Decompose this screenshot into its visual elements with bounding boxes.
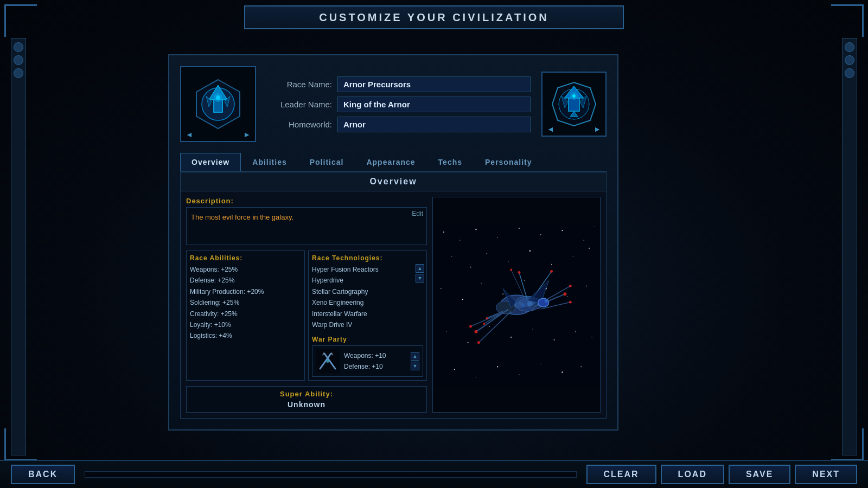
war-party-scroll-up[interactable]: ▲ (411, 352, 419, 361)
load-button[interactable]: Load (661, 465, 724, 484)
svg-point-13 (572, 94, 576, 98)
svg-point-26 (475, 229, 476, 230)
svg-point-43 (481, 283, 482, 284)
clear-button[interactable]: Clear (586, 465, 656, 484)
back-button[interactable]: Back (11, 465, 75, 484)
svg-point-29 (540, 234, 541, 235)
svg-point-81 (569, 301, 572, 304)
techs-scroll-down[interactable]: ▼ (416, 274, 424, 282)
svg-point-91 (545, 299, 548, 303)
svg-point-25 (459, 240, 461, 241)
svg-point-73 (475, 330, 478, 333)
war-party-scroll-down[interactable]: ▼ (411, 362, 419, 370)
emblem-prev-arrow[interactable]: ◄ (186, 130, 193, 139)
page-title: CUSTOMIZE YOUR CIVILIZATION (319, 11, 549, 24)
svg-point-39 (573, 256, 573, 256)
techs-scroll-up[interactable]: ▲ (416, 264, 424, 273)
svg-point-58 (476, 377, 476, 378)
svg-point-53 (532, 329, 533, 329)
list-item: Stellar Cartography (312, 286, 423, 297)
next-button[interactable]: Next (795, 465, 857, 484)
title-bar: CUSTOMIZE YOUR CIVILIZATION (244, 5, 624, 29)
deco-circle (845, 55, 854, 65)
svg-point-36 (508, 261, 509, 262)
ship-display-area (433, 197, 600, 412)
svg-point-60 (519, 375, 520, 376)
race-abilities-column: Race Abilities: Weapons: +25% Defense: +… (186, 251, 305, 381)
race-technologies-label: Race Technologies: (312, 254, 423, 262)
list-item: Hyperdrive (312, 275, 423, 286)
leader-name-input[interactable] (337, 97, 531, 112)
svg-point-97 (522, 304, 525, 307)
super-ability-value: Unknown (190, 400, 423, 409)
svg-point-51 (489, 326, 490, 327)
svg-point-30 (561, 230, 563, 231)
portrait-prev-arrow[interactable]: ◄ (547, 125, 554, 133)
identity-row: ◄ ► Race Name: Leader Name: Homeworld: (180, 66, 607, 142)
race-technologies-column: Race Technologies: Hyper Fusion Reactors… (308, 251, 427, 381)
tab-abilities[interactable]: Abilities (241, 153, 298, 171)
svg-point-54 (554, 339, 555, 341)
tab-overview[interactable]: Overview (180, 153, 241, 171)
abilities-list: Weapons: +25% Defense: +25% Military Pro… (190, 264, 301, 342)
svg-point-50 (468, 342, 469, 343)
svg-point-32 (594, 227, 595, 227)
svg-point-94 (486, 317, 488, 319)
svg-point-57 (454, 369, 455, 370)
edit-description-button[interactable]: Edit (412, 210, 423, 217)
homeworld-label: Homeworld: (267, 120, 332, 129)
race-abilities-label: Race Abilities: (190, 254, 301, 262)
svg-point-59 (497, 366, 498, 367)
homeworld-row: Homeworld: (267, 117, 531, 132)
abilities-techs-row: Race Abilities: Weapons: +25% Defense: +… (186, 251, 427, 381)
svg-point-63 (580, 367, 582, 368)
svg-point-40 (589, 248, 590, 249)
war-party-inner: Weapons: +10 Defense: +10 ▲ ▼ (316, 349, 419, 373)
svg-point-44 (502, 293, 503, 294)
war-party-label: War Party (312, 336, 423, 343)
svg-point-49 (446, 331, 446, 332)
fields-area: Race Name: Leader Name: Homeworld: (267, 76, 531, 132)
homeworld-input[interactable] (337, 117, 531, 132)
list-item: Weapons: +10 (344, 350, 404, 361)
description-text: The most evil force in the galaxy. (191, 213, 293, 221)
save-button[interactable]: Save (729, 465, 790, 484)
portrait-next-arrow[interactable]: ► (593, 125, 601, 133)
emblem-next-arrow[interactable]: ► (243, 130, 251, 139)
svg-point-55 (575, 331, 576, 332)
progress-bar (85, 471, 576, 478)
list-item: Hyper Fusion Reactors (312, 264, 423, 275)
svg-point-95 (483, 323, 485, 325)
war-party-section: Weapons: +10 Defense: +10 ▲ ▼ (312, 345, 423, 377)
svg-point-45 (524, 280, 525, 281)
svg-point-96 (527, 301, 533, 306)
svg-point-85 (550, 270, 553, 273)
svg-point-52 (510, 337, 512, 338)
deco-circle (14, 68, 23, 78)
tab-political[interactable]: Political (298, 153, 355, 171)
svg-point-84 (518, 271, 520, 274)
tab-personality[interactable]: Personality (474, 153, 543, 171)
super-ability-section: Super Ability: Unknown (186, 386, 427, 413)
race-portrait-icon (550, 80, 598, 129)
svg-point-61 (540, 364, 541, 364)
svg-point-47 (567, 297, 568, 297)
tab-techs[interactable]: Techs (427, 153, 474, 171)
svg-point-5 (216, 95, 220, 100)
svg-point-34 (470, 267, 471, 268)
list-item: Military Production: +20% (190, 286, 301, 297)
list-item: Weapons: +25% (190, 264, 301, 275)
race-emblem-icon (191, 77, 245, 131)
deco-circle (845, 42, 854, 52)
svg-point-90 (538, 298, 549, 307)
list-item: Interstellar Warfare (312, 309, 423, 319)
list-item: Soldiering: +25% (190, 297, 301, 308)
list-item: Logistics: +4% (190, 330, 301, 341)
tab-appearance[interactable]: Appearance (355, 153, 426, 171)
svg-point-87 (510, 269, 512, 271)
svg-point-38 (551, 264, 552, 265)
list-item: Xeno Engineering (312, 297, 423, 308)
race-name-input[interactable] (337, 76, 531, 92)
svg-point-79 (563, 292, 566, 296)
content-title: Overview (181, 172, 606, 191)
